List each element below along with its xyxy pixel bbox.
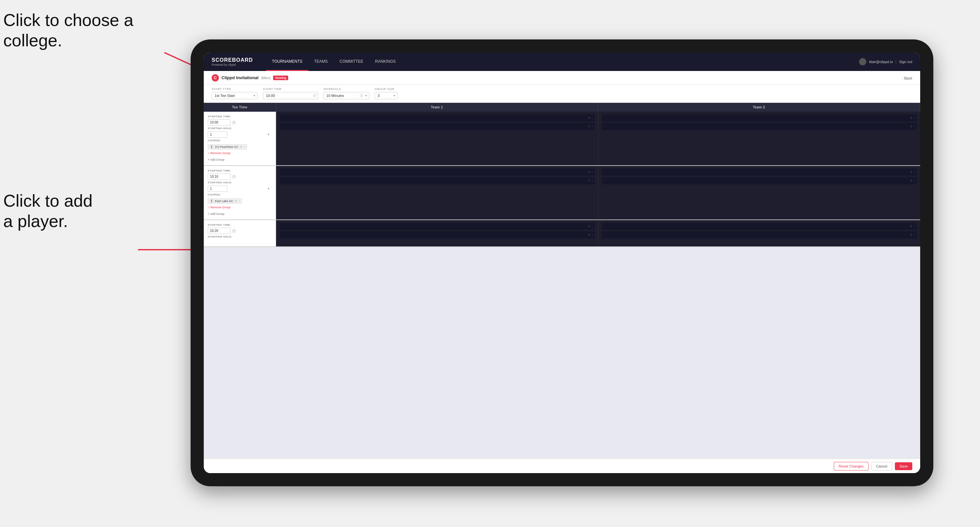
starting-time-input-1[interactable] (208, 119, 231, 125)
course-tag-1[interactable]: 🏌 (A) Peachtree GC ✕ › (208, 144, 247, 149)
player-chevron[interactable]: › (914, 179, 915, 183)
course-arrow-2[interactable]: › (239, 200, 240, 203)
starting-time-input-3[interactable] (208, 228, 231, 234)
team1-col-1[interactable]: ✕ › ✕ › (276, 112, 598, 165)
sub-header-left: C Clippd Invitational (Men) Hosting (212, 74, 288, 81)
player-x[interactable]: ✕ (910, 233, 913, 237)
player-x[interactable]: ✕ (588, 125, 590, 128)
team2-col-3[interactable]: ✕ › ✕ › (598, 220, 920, 246)
player-row[interactable]: ✕ › (602, 123, 917, 130)
add-group-1[interactable]: + Add Group (208, 158, 224, 161)
nav-committee[interactable]: COMMITTEE (334, 52, 369, 71)
th-tee-time: Tee Time (204, 103, 276, 112)
navbar: SCOREBOARD Powered by clippd TOURNAMENTS… (204, 52, 920, 71)
course-remove-2[interactable]: ✕ (235, 200, 237, 203)
start-type-select[interactable]: 1st Tee Start (212, 92, 258, 99)
group-row-3: STARTING TIME: 🕐 STARTING HOLE: ✕ › ✕ › (204, 220, 920, 247)
player-row[interactable]: ✕ › (279, 231, 595, 238)
start-time-label: Start Time (263, 87, 318, 90)
course-remove-1[interactable]: ✕ (240, 145, 243, 149)
nav-rankings[interactable]: RANKINGS (369, 52, 402, 71)
player-x[interactable]: ✕ (910, 225, 913, 228)
footer: Reset Changes Cancel Save (204, 459, 920, 473)
add-group-2[interactable]: + Add Group (208, 212, 224, 216)
tournament-gender: (Men) (261, 76, 271, 80)
player-row[interactable]: ✕ › (279, 223, 595, 230)
main-content[interactable]: STARTING TIME: 🕐 STARTING HOLE: 1 ▼ COUR… (204, 112, 920, 459)
course-arrow-1[interactable]: › (244, 145, 245, 149)
clock-icon-2: 🕐 (232, 175, 235, 178)
player-row[interactable]: ✕ › (602, 223, 917, 230)
team2-col-1[interactable]: ✕ › ✕ › (598, 112, 920, 165)
left-panel-1: STARTING TIME: 🕐 STARTING HOLE: 1 ▼ COUR… (204, 112, 276, 165)
player-row[interactable]: ✕ › (602, 177, 917, 184)
player-chevron[interactable]: › (914, 170, 915, 174)
cancel-button[interactable]: Cancel (871, 462, 892, 470)
reset-button[interactable]: Reset Changes (834, 462, 869, 470)
th-team2: Team 2 (598, 103, 920, 112)
start-type-group: Start Type 1st Tee Start ▼ (212, 87, 258, 99)
player-row[interactable]: ✕ › (279, 177, 595, 184)
player-x[interactable]: ✕ (588, 116, 590, 120)
player-x[interactable]: ✕ (588, 170, 590, 174)
back-button[interactable]: ‹ Back (902, 75, 912, 81)
player-row[interactable]: ✕ › (602, 231, 917, 238)
player-chevron[interactable]: › (914, 125, 915, 128)
remove-group-2[interactable]: ○ Remove Group (208, 206, 231, 209)
annotation-player: Click to add a player. (3, 190, 93, 232)
player-row[interactable]: ✕ › (279, 114, 595, 122)
logo-c: C (212, 74, 219, 81)
intervals-select[interactable]: 10 Minutes (323, 92, 369, 99)
course-tag-2[interactable]: 🏌 East Lake GC ✕ › (208, 198, 242, 204)
hole-select-1[interactable]: 1 (208, 132, 228, 138)
player-x[interactable]: ✕ (910, 125, 913, 128)
player-chevron[interactable]: › (914, 116, 915, 120)
player-chevron[interactable]: › (592, 179, 593, 183)
remove-group-1[interactable]: ○ Remove Group (208, 151, 231, 155)
player-chevron[interactable]: › (592, 170, 593, 174)
starting-time-label-3: STARTING TIME: (208, 224, 272, 226)
starting-time-input-2[interactable] (208, 173, 231, 180)
sign-out-link[interactable]: Sign out (899, 60, 912, 64)
player-x[interactable]: ✕ (910, 170, 913, 174)
start-time-group: Start Time ⓘ (263, 87, 318, 99)
left-panel-3: STARTING TIME: 🕐 STARTING HOLE: (204, 220, 276, 246)
brand-title: SCOREBOARD (212, 57, 253, 63)
hole-select-2[interactable]: 1 (208, 186, 228, 192)
player-chevron[interactable]: › (592, 116, 593, 120)
group-size-group: Group Size 3 ▼ (375, 87, 398, 99)
player-row[interactable]: ✕ › (279, 123, 595, 130)
team2-col-2[interactable]: ✕ › ✕ › (598, 166, 920, 219)
player-x[interactable]: ✕ (588, 179, 590, 183)
course-label-1: COURSE: (208, 139, 272, 142)
nav-teams[interactable]: TEAMS (308, 52, 334, 71)
avatar (859, 58, 866, 65)
nav-tournaments[interactable]: TOURNAMENTS (266, 52, 308, 71)
player-x[interactable]: ✕ (588, 233, 590, 237)
player-row[interactable]: ✕ › (279, 168, 595, 176)
navbar-right: blair@clippd.io | Sign out (859, 58, 912, 65)
player-row[interactable]: ✕ › (602, 168, 917, 176)
player-chevron[interactable]: › (592, 233, 593, 237)
player-row[interactable]: ✕ › (602, 114, 917, 122)
group-size-label: Group Size (375, 87, 398, 90)
group-row: STARTING TIME: 🕐 STARTING HOLE: 1 ▼ COUR… (204, 112, 920, 166)
player-chevron[interactable]: › (592, 125, 593, 128)
intervals-group: Intervals 10 Minutes ▼ ⓘ (323, 87, 369, 99)
tablet-shell: SCOREBOARD Powered by clippd TOURNAMENTS… (191, 40, 933, 486)
player-chevron[interactable]: › (592, 225, 593, 228)
player-x[interactable]: ✕ (910, 116, 913, 120)
team1-col-3[interactable]: ✕ › ✕ › (276, 220, 598, 246)
player-x[interactable]: ✕ (588, 225, 590, 228)
group-size-select[interactable]: 3 (375, 92, 398, 99)
starting-time-label-2: STARTING TIME: (208, 169, 272, 172)
annotation-college: Click to choose a college. (3, 10, 134, 51)
team1-col-2[interactable]: ✕ › ✕ › (276, 166, 598, 219)
player-chevron[interactable]: › (914, 225, 915, 228)
save-button[interactable]: Save (895, 462, 912, 470)
controls-row: Start Type 1st Tee Start ▼ Start Time ⓘ … (204, 85, 920, 103)
brand-sub: Powered by clippd (212, 63, 253, 67)
player-x[interactable]: ✕ (910, 179, 913, 183)
start-time-input[interactable] (263, 92, 318, 99)
player-chevron[interactable]: › (914, 233, 915, 237)
